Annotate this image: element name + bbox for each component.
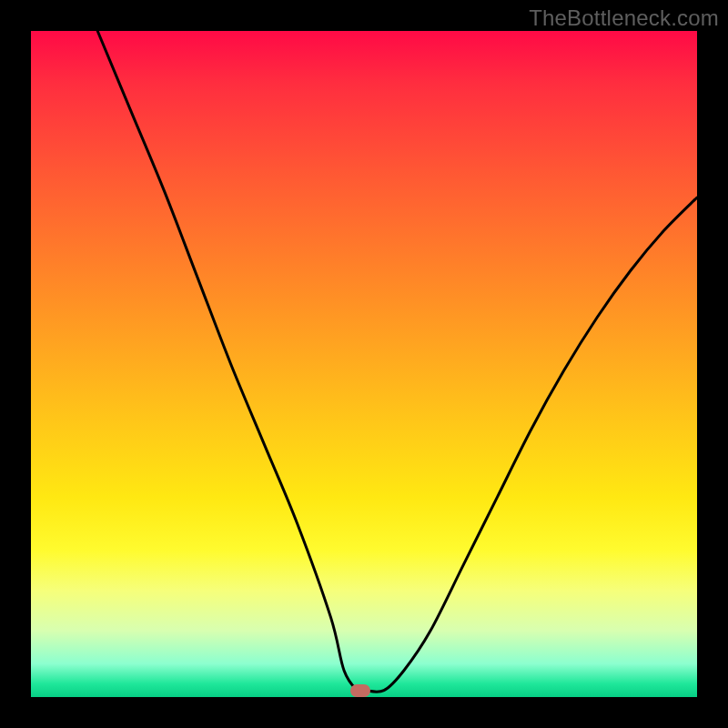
optimal-point-marker bbox=[350, 684, 370, 697]
watermark-text: TheBottleneck.com bbox=[529, 5, 719, 31]
bottleneck-curve bbox=[31, 31, 697, 697]
plot-area bbox=[31, 31, 697, 697]
chart-frame: TheBottleneck.com bbox=[0, 0, 728, 728]
